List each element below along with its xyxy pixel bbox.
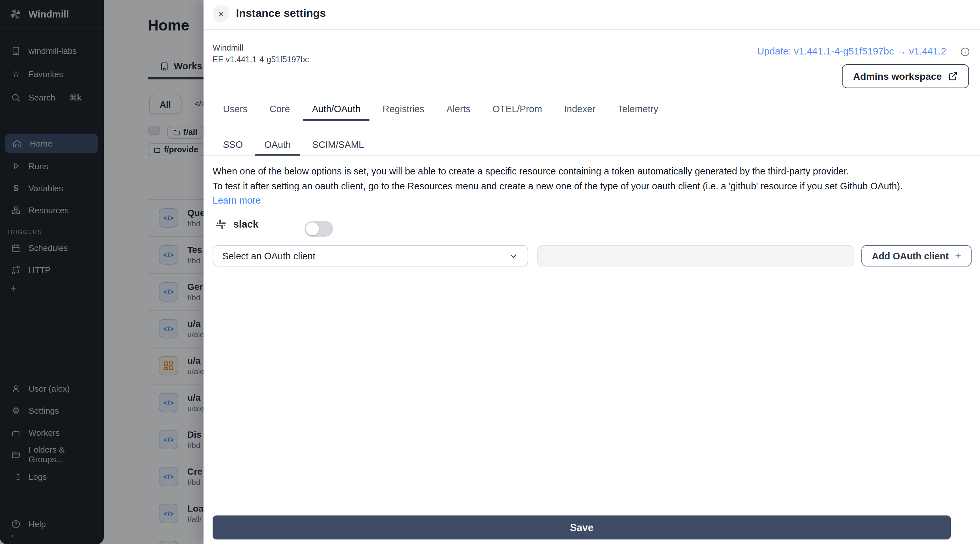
instance-version: EE v1.441.1-4-g51f5197bc (213, 55, 309, 64)
oauth-client-input[interactable] (537, 245, 854, 266)
slack-enable-toggle[interactable] (305, 221, 333, 237)
select-value: Select an OAuth client (222, 250, 315, 261)
close-button[interactable]: × (213, 5, 229, 22)
screen: Windmill windmill-labs ☆ Favorites Searc… (0, 0, 980, 544)
instance-settings-modal: × Instance settings Windmill EE v1.441.1… (204, 0, 980, 544)
tab-alerts[interactable]: Alerts (438, 99, 480, 121)
modal-backdrop[interactable] (0, 0, 204, 544)
close-icon: × (218, 8, 224, 19)
info-icon[interactable] (960, 47, 970, 57)
tab-otel-prom[interactable]: OTEL/Prom (484, 99, 551, 121)
save-label: Save (570, 522, 593, 533)
external-link-icon (948, 71, 958, 81)
admins-workspace-button[interactable]: Admins workspace (842, 64, 969, 88)
tab-registries[interactable]: Registries (374, 99, 434, 121)
toggle-knob (306, 222, 319, 235)
save-button[interactable]: Save (213, 515, 951, 539)
learn-more-link[interactable]: Learn more (213, 195, 261, 206)
update-version-link[interactable]: Update: v1.441.1-4-g51f5197bc → v1.441.2 (757, 45, 946, 56)
settings-tabs: Users Core Auth/OAuth Registries Alerts … (204, 99, 980, 121)
slack-icon (215, 219, 227, 230)
add-oauth-client-button[interactable]: Add OAuth client + (861, 245, 972, 266)
oauth-client-select[interactable]: Select an OAuth client (213, 245, 528, 266)
tab-telemetry[interactable]: Telemetry (609, 99, 668, 121)
oauth-description: When one of the below options is set, yo… (213, 164, 964, 194)
tab-core[interactable]: Core (261, 99, 299, 121)
tab-users[interactable]: Users (214, 99, 257, 121)
auth-subtabs: SSO OAuth SCIM/SAML (204, 129, 980, 156)
plus-icon: + (955, 250, 961, 262)
description-line-1: When one of the below options is set, yo… (213, 164, 964, 179)
subtab-oauth[interactable]: OAuth (255, 129, 300, 155)
tab-auth-oauth[interactable]: Auth/OAuth (303, 99, 370, 121)
header-divider (204, 29, 980, 30)
chevron-down-icon (508, 250, 519, 261)
subtab-sso[interactable]: SSO (214, 129, 252, 155)
tab-indexer[interactable]: Indexer (555, 99, 605, 121)
slack-provider-row: slack (215, 219, 259, 230)
modal-title: Instance settings (236, 7, 326, 20)
provider-name: slack (233, 219, 259, 230)
instance-name: Windmill (213, 43, 243, 53)
button-label: Add OAuth client (872, 250, 948, 261)
subtab-scim-saml[interactable]: SCIM/SAML (303, 129, 373, 155)
button-label: Admins workspace (853, 71, 942, 82)
description-line-2: To test it after setting an oauth client… (213, 179, 964, 194)
